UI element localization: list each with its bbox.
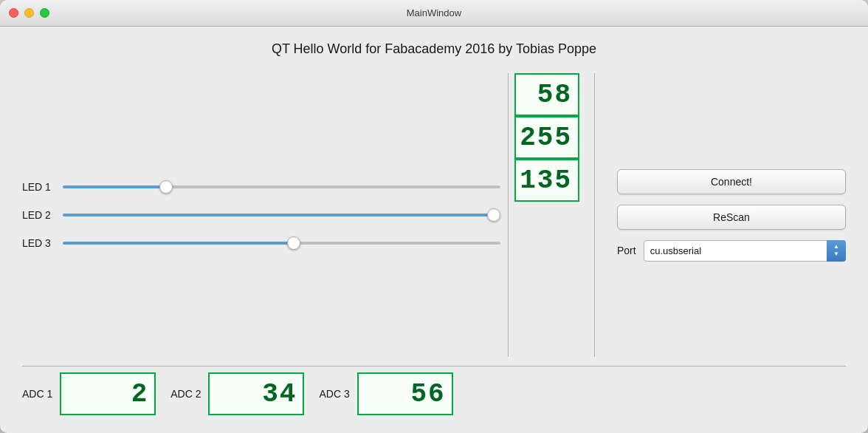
led1-lcd: 58 (514, 73, 579, 116)
led2-slider-container (63, 208, 500, 222)
port-select[interactable]: cu.usbserial cu.Bluetooth-Incoming-Port … (644, 240, 846, 262)
led2-row: LED 2 (22, 208, 500, 222)
horizontal-divider (22, 366, 846, 366)
led1-row: LED 1 (22, 180, 500, 194)
adc1-group: ADC 1 2 (22, 372, 156, 415)
led1-slider-container (63, 180, 500, 194)
adc2-display: 34 (208, 372, 304, 415)
led2-label: LED 2 (22, 209, 55, 221)
right-panel: Connect! ReScan Port cu.usbserial cu.Blu… (610, 73, 846, 357)
adc2-group: ADC 2 34 (170, 372, 304, 415)
led1-slider[interactable] (63, 185, 500, 188)
rescan-button[interactable]: ReScan (617, 205, 846, 230)
titlebar: MainWindow (0, 0, 868, 27)
content-area: QT Hello World for Fabacademy 2016 by To… (0, 27, 868, 433)
maximize-button[interactable] (40, 8, 49, 18)
led-panel: LED 1 LED 2 LED 3 (22, 73, 509, 357)
port-label: Port (617, 245, 636, 256)
led2-slider[interactable] (63, 214, 500, 216)
led2-lcd: 255 (514, 116, 579, 159)
led1-label: LED 1 (22, 181, 55, 193)
port-row: Port cu.usbserial cu.Bluetooth-Incoming-… (617, 240, 846, 262)
main-window: MainWindow QT Hello World for Fabacademy… (0, 0, 868, 433)
adc3-label: ADC 3 (319, 388, 349, 400)
vertical-separator (594, 73, 595, 357)
app-title: QT Hello World for Fabacademy 2016 by To… (22, 41, 846, 57)
adc3-display: 56 (357, 372, 453, 415)
port-select-wrapper: cu.usbserial cu.Bluetooth-Incoming-Port … (644, 240, 846, 262)
minimize-button[interactable] (24, 8, 34, 18)
led3-slider[interactable] (63, 242, 500, 245)
lcd-column: 58 255 135 (514, 73, 579, 357)
connect-button[interactable]: Connect! (617, 169, 846, 194)
adc-section: ADC 1 2 ADC 2 34 ADC 3 56 (22, 372, 846, 418)
adc1-label: ADC 1 (22, 388, 52, 400)
window-title: MainWindow (407, 7, 461, 18)
led3-slider-container (63, 236, 500, 250)
titlebar-buttons (9, 8, 49, 18)
adc3-group: ADC 3 56 (319, 372, 452, 415)
led3-row: LED 3 (22, 236, 500, 250)
middle-section: LED 1 LED 2 LED 3 (22, 73, 846, 357)
adc1-display: 2 (60, 372, 156, 415)
close-button[interactable] (9, 8, 18, 18)
led3-lcd: 135 (514, 159, 579, 202)
adc2-label: ADC 2 (170, 388, 201, 400)
led3-label: LED 3 (22, 237, 55, 249)
